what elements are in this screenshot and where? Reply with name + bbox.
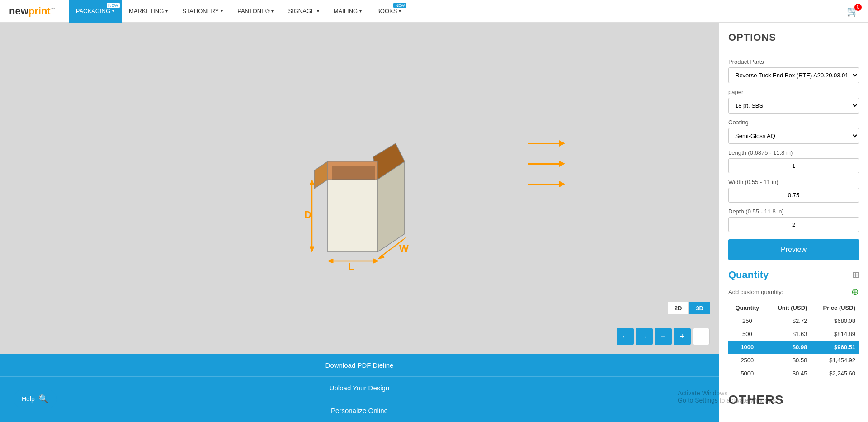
chevron-books: ▾ [399,9,401,14]
table-row[interactable]: 250$2.72$680.08 [728,314,859,328]
cart-badge: 0 [854,4,862,11]
svg-marker-6 [314,161,328,189]
nav-badge-books: NEW [393,3,406,8]
depth-label: Depth (0.55 - 11.8 in) [728,208,859,215]
svg-marker-17 [401,237,405,242]
chevron-signage: ▾ [317,9,319,14]
depth-input[interactable] [728,217,859,232]
zoom-in-btn[interactable]: + [674,328,691,345]
arrow-width [528,161,565,167]
chevron-packaging: ▾ [112,9,114,14]
navbar: newprint™ PACKAGING NEW ▾ MARKETING ▾ ST… [0,0,868,23]
quantity-title: Quantity ⊞ [728,269,859,281]
upload-design-btn[interactable]: Upload Your Design [0,377,719,399]
prev-btn[interactable]: ← [617,328,634,345]
svg-marker-5 [332,166,375,180]
fit-btn[interactable] [693,328,710,345]
nav-item-pantone[interactable]: PANTONE® ▾ [230,0,281,23]
nav-item-signage[interactable]: SIGNAGE ▾ [281,0,326,23]
paper-select[interactable]: 18 pt. SBS [728,98,859,114]
others-title: OTHERS [728,393,859,407]
logo-print: print [28,5,51,17]
svg-marker-12 [328,259,333,263]
options-panel: OPTIONS Product Parts Reverse Tuck End B… [719,23,868,422]
search-icon: 🔍 [38,394,48,404]
length-label: Length (0.6875 - 11.8 in) [728,149,859,156]
chevron-marketing: ▾ [165,9,168,14]
nav-item-marketing[interactable]: MARKETING ▾ [122,0,175,23]
arrow-depth [528,181,565,187]
cart-icon[interactable]: 🛒 0 [847,5,859,17]
qty-grid-icon[interactable]: ⊞ [852,270,859,280]
logo-tm: ™ [51,6,55,11]
col-price: Price (USD) [811,302,859,314]
zoom-out-btn[interactable]: − [655,328,672,345]
box-3d-illustration: D L W [287,116,432,261]
download-pdf-btn[interactable]: Download PDF Dieline [0,354,719,377]
add-custom-row: Add custom quantity: ⊕ [728,286,859,297]
view-3d-btn[interactable]: 3D [689,302,710,314]
quantity-table: Quantity Unit (USD) Price (USD) 250$2.72… [728,302,859,380]
svg-text:L: L [348,261,354,270]
next-btn[interactable]: → [636,328,653,345]
col-quantity: Quantity [728,302,766,314]
nav-item-stationery[interactable]: STATIONERY ▾ [175,0,230,23]
arrow-length [528,140,565,147]
coating-label: Coating [728,119,859,126]
product-parts-select[interactable]: Reverse Tuck End Box (RTE) A20.20.03.01 [728,67,859,83]
svg-marker-0 [328,180,377,252]
personalize-online-btn[interactable]: Personalize Online [0,399,719,422]
width-input[interactable] [728,188,859,203]
chevron-pantone: ▾ [271,9,274,14]
viewer-controls: ← → − + [617,328,710,345]
svg-marker-8 [310,180,314,185]
chevron-stationery: ▾ [221,9,223,14]
paper-label: paper [728,89,859,95]
nav-item-books[interactable]: BOOKS NEW ▾ [369,0,408,23]
viewer-area: D L W [0,23,719,354]
logo-new: new [9,5,28,17]
logo[interactable]: newprint™ [9,5,55,17]
options-title: OPTIONS [728,23,859,51]
product-parts-label: Product Parts [728,58,859,65]
nav-items: PACKAGING NEW ▾ MARKETING ▾ STATIONERY ▾… [69,0,847,23]
add-custom-icon[interactable]: ⊕ [851,286,859,297]
coating-select[interactable]: Semi-Gloss AQ [728,128,859,144]
width-label: Width (0.55 - 11 in) [728,179,859,185]
table-row[interactable]: 1000$0.98$960.51 [728,341,859,354]
nav-item-mailing[interactable]: MAILING ▾ [326,0,369,23]
svg-text:D: D [304,209,311,220]
svg-marker-9 [310,247,314,252]
main-layout: D L W [0,23,868,422]
table-row[interactable]: 5000$0.45$2,245.60 [728,367,859,380]
table-row[interactable]: 2500$0.58$1,454.92 [728,354,859,367]
col-unit: Unit (USD) [766,302,811,314]
view-toggle: 2D 3D [668,302,710,314]
svg-text:W: W [399,243,409,254]
svg-marker-13 [373,259,379,263]
preview-btn[interactable]: Preview [728,239,859,260]
nav-item-packaging[interactable]: PACKAGING NEW ▾ [69,0,122,23]
table-row[interactable]: 500$1.63$814.89 [728,327,859,341]
quantity-section: Quantity ⊞ Add custom quantity: ⊕ Quanti… [728,269,859,380]
chevron-mailing: ▾ [359,9,362,14]
view-2d-btn[interactable]: 2D [668,302,689,314]
nav-right: 🛒 0 [847,5,859,17]
action-buttons: Download PDF Dieline Upload Your Design … [0,354,719,422]
nav-badge-packaging: NEW [107,3,120,8]
length-input[interactable] [728,158,859,173]
help-button[interactable]: Help 🔍 [14,389,57,408]
viewer-panel: D L W [0,23,719,422]
